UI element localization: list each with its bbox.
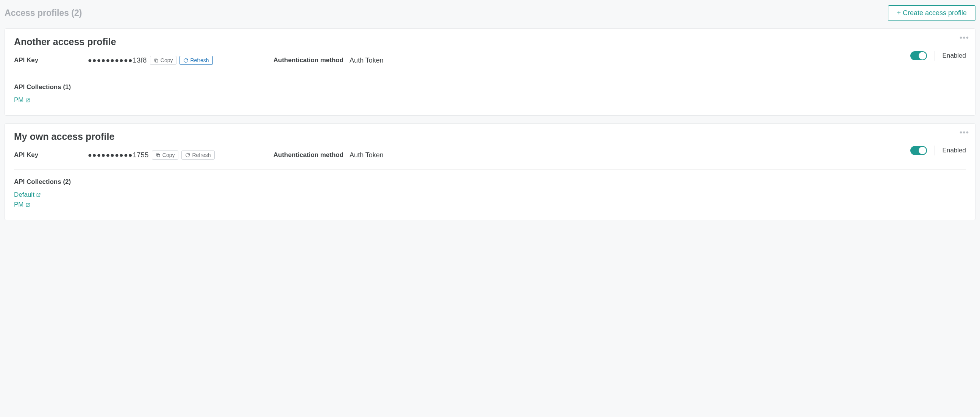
copy-icon [156, 153, 161, 158]
more-options-icon[interactable]: ••• [959, 34, 969, 42]
refresh-icon [185, 153, 190, 158]
refresh-button[interactable]: Refresh [181, 150, 214, 160]
enabled-label: Enabled [942, 52, 966, 59]
refresh-icon [183, 58, 188, 63]
api-key-label: API Key [14, 56, 88, 64]
profile-title: My own access profile [14, 131, 966, 142]
auth-method-value: Auth Token [350, 56, 966, 64]
enabled-label: Enabled [942, 147, 966, 154]
copy-icon [154, 58, 159, 63]
external-link-icon [25, 98, 30, 103]
auth-method-label: Authentication method [274, 56, 344, 64]
api-collections-header: API Collections (1) [14, 83, 966, 91]
copy-button[interactable]: Copy [150, 56, 177, 65]
external-link-icon [36, 193, 41, 198]
svg-rect-0 [155, 59, 158, 62]
collection-link[interactable]: Default [14, 191, 41, 199]
external-link-icon [25, 203, 30, 208]
divider [935, 145, 935, 155]
create-access-profile-button[interactable]: + Create access profile [888, 5, 975, 21]
api-key-value: ●●●●●●●●●●13f8 [88, 56, 147, 64]
enabled-toggle[interactable] [910, 146, 927, 155]
collection-link[interactable]: PM [14, 201, 30, 209]
svg-rect-1 [157, 154, 160, 157]
profile-title: Another access profile [14, 37, 966, 47]
auth-method-label: Authentication method [274, 151, 344, 159]
refresh-button[interactable]: Refresh [180, 56, 212, 65]
api-collections-header: API Collections (2) [14, 178, 966, 186]
access-profile-card: ••• Another access profile Enabled API K… [5, 29, 975, 116]
toggle-knob [919, 147, 926, 154]
more-options-icon[interactable]: ••• [959, 128, 969, 136]
copy-button[interactable]: Copy [152, 150, 179, 160]
auth-method-value: Auth Token [350, 151, 966, 159]
divider [935, 51, 935, 61]
api-key-label: API Key [14, 151, 88, 159]
collection-link[interactable]: PM [14, 96, 30, 104]
page-title: Access profiles (2) [5, 8, 82, 18]
access-profile-card: ••• My own access profile Enabled API Ke… [5, 123, 975, 220]
toggle-knob [919, 52, 926, 59]
enabled-toggle[interactable] [910, 51, 927, 60]
api-key-value: ●●●●●●●●●●1755 [88, 151, 149, 159]
